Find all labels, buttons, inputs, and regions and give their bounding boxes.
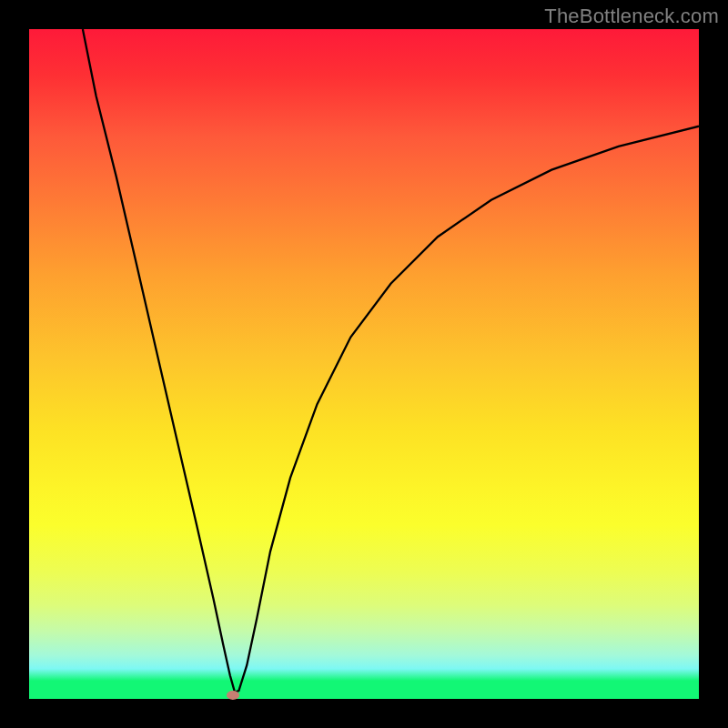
- bottleneck-curve: [29, 29, 699, 699]
- curve-path: [83, 29, 699, 693]
- chart-frame: TheBottleneck.com: [0, 0, 728, 728]
- plot-area: [29, 29, 699, 699]
- watermark-text: TheBottleneck.com: [544, 5, 719, 28]
- optimal-point-marker: [227, 691, 239, 700]
